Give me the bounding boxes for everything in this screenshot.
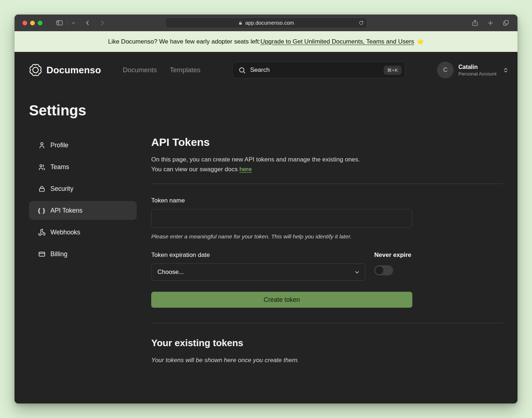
page-title: Settings <box>29 102 503 119</box>
sidebar-item-teams[interactable]: Teams <box>29 157 137 176</box>
url-text: app.documenso.com <box>245 20 294 26</box>
user-icon <box>38 142 46 149</box>
settings-sidebar: Profile Teams <box>29 136 137 364</box>
lock-icon <box>38 185 46 193</box>
never-expire-label: Never expire <box>374 251 412 259</box>
api-tokens-panel: API Tokens On this page, you can create … <box>151 136 503 364</box>
braces-icon: { } <box>38 208 46 214</box>
new-tab-button[interactable] <box>487 20 494 26</box>
search-button[interactable]: Search ⌘+K <box>232 62 405 78</box>
token-name-helper: Please enter a meaningful name for your … <box>151 233 412 240</box>
chevron-down-icon[interactable] <box>71 21 76 25</box>
nav-templates[interactable]: Templates <box>170 66 200 74</box>
upgrade-link[interactable]: Upgrade to Get Unlimited Documents, Team… <box>260 38 414 45</box>
refresh-button[interactable] <box>358 20 364 26</box>
toggle-knob <box>375 266 383 274</box>
promo-banner: Like Documenso? We have few early adopte… <box>15 31 517 52</box>
sidebar-item-webhooks[interactable]: Webhooks <box>29 223 137 242</box>
minimize-window-button[interactable] <box>30 21 35 25</box>
documenso-logo-icon <box>29 63 42 77</box>
app-content: Documenso Documents Templates Search ⌘+K… <box>15 52 517 403</box>
chevrons-up-down-icon <box>503 67 509 73</box>
search-icon <box>238 66 246 74</box>
browser-chrome: app.documenso.com <box>15 15 517 31</box>
sidebar-item-label: Billing <box>50 250 67 258</box>
swagger-docs-link[interactable]: here <box>239 166 252 173</box>
search-placeholder: Search <box>250 66 379 74</box>
divider <box>151 184 503 184</box>
sidebar-item-label: Security <box>50 185 73 193</box>
sidebar-item-api-tokens[interactable]: { } API Tokens <box>29 201 137 220</box>
browser-window: app.documenso.com <box>15 15 517 403</box>
avatar: C <box>437 62 454 78</box>
user-menu[interactable]: C Catalin Personal Account <box>437 62 509 78</box>
main-area: Settings Profile <box>15 102 517 364</box>
star-icon: ⭐ <box>417 38 424 45</box>
traffic-lights <box>22 21 42 25</box>
brand-logo[interactable]: Documenso <box>29 63 101 77</box>
banner-text: Like Documenso? We have few early adopte… <box>108 38 260 45</box>
url-field[interactable]: app.documenso.com <box>165 17 367 28</box>
divider <box>151 323 503 323</box>
search-shortcut-badge: ⌘+K <box>384 66 401 75</box>
brand-name: Documenso <box>46 65 101 76</box>
nav-documents[interactable]: Documents <box>123 66 157 74</box>
chevron-down-icon <box>354 269 360 275</box>
close-window-button[interactable] <box>22 21 27 25</box>
expiration-value: Choose... <box>157 269 354 276</box>
sidebar-item-profile[interactable]: Profile <box>29 136 137 155</box>
users-icon <box>38 163 46 171</box>
webhook-icon <box>38 229 46 236</box>
sidebar-item-billing[interactable]: Billing <box>29 245 137 263</box>
top-nav: Documents Templates <box>123 66 201 74</box>
never-expire-toggle[interactable] <box>374 265 393 275</box>
existing-tokens-heading: Your existing tokens <box>151 336 503 349</box>
divider <box>67 20 67 26</box>
back-button[interactable] <box>84 19 91 26</box>
zoom-window-button[interactable] <box>38 21 42 25</box>
section-description: On this page, you can create new API tok… <box>151 155 503 174</box>
sidebar-item-label: Teams <box>50 163 69 171</box>
user-account-type: Personal Account <box>458 71 496 77</box>
share-button[interactable] <box>471 19 479 26</box>
sidebar-item-label: Profile <box>50 142 69 149</box>
forward-button[interactable] <box>99 19 106 26</box>
user-name: Catalin <box>458 64 496 70</box>
sidebar-toggle-icon[interactable] <box>55 19 63 27</box>
sidebar-item-label: Webhooks <box>50 229 80 236</box>
expiration-label: Token expiration date <box>151 251 366 259</box>
create-token-button[interactable]: Create token <box>151 292 412 308</box>
lock-icon <box>238 21 243 25</box>
expiration-select[interactable]: Choose... <box>151 263 366 281</box>
token-name-input[interactable] <box>151 209 412 228</box>
credit-card-icon <box>38 250 46 258</box>
sidebar-item-label: API Tokens <box>50 207 82 214</box>
token-name-label: Token name <box>151 197 412 204</box>
section-heading: API Tokens <box>151 136 503 149</box>
existing-tokens-empty-text: Your tokens will be shown here once you … <box>151 357 503 364</box>
app-header: Documenso Documents Templates Search ⌘+K… <box>15 52 517 78</box>
tab-overview-button[interactable] <box>502 19 510 26</box>
sidebar-item-security[interactable]: Security <box>29 179 137 198</box>
